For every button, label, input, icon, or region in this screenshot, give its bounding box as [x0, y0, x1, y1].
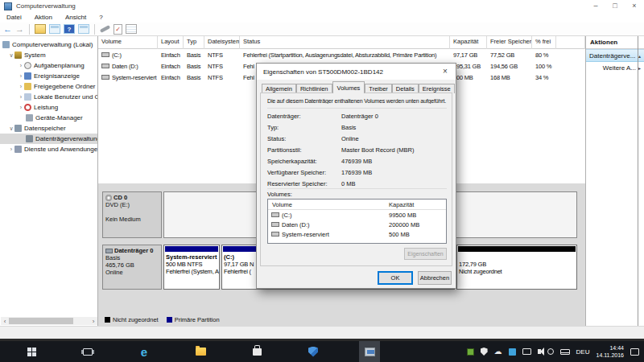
sidebar-item-aufgabenplanung[interactable]: › Aufgabenplanung — [0, 60, 98, 71]
column-dateisystem[interactable]: Dateisystem — [204, 36, 240, 49]
task-scheduler-icon — [24, 62, 31, 69]
column-freier-speicher[interactable]: Freier Speicher — [487, 36, 532, 49]
partition-system-reserviert[interactable]: System-reserviert 500 MB NTFS Fehlerfrei… — [163, 245, 220, 290]
task-view-button[interactable] — [77, 341, 98, 362]
legend-unallocated: Nicht zugeordnet — [105, 316, 159, 323]
chevron-expanded-icon[interactable]: ∨ — [8, 52, 14, 59]
forward-icon[interactable]: → — [15, 23, 24, 35]
chevron-collapsed-icon[interactable]: › — [18, 94, 24, 100]
sidebar-item-datentraegerverwaltung[interactable]: Datenträgerverwaltung — [0, 134, 98, 144]
sidebar-item-datenspeicher[interactable]: ∨ Datenspeicher — [0, 123, 98, 134]
computer-management-icon — [365, 348, 375, 356]
sidebar-item-computerverwaltung[interactable]: Computerverwaltung (Lokal) — [0, 39, 98, 50]
menu-help[interactable]: ? — [93, 12, 109, 23]
dialog-title-bar[interactable]: Eigenschaften von ST500DM002-1BD142 × — [257, 64, 456, 80]
sidebar-item-freigegebene-ordner[interactable]: › Freigegebene Ordner — [0, 81, 98, 92]
taskbar: e ☁ DEU 14:44 14.11.2016 — [0, 341, 644, 362]
console-tree-icon[interactable] — [35, 24, 46, 34]
tray-shield-icon[interactable] — [481, 348, 488, 356]
sidebar-item-leistung[interactable]: › Leistung — [0, 102, 98, 113]
tray-link-icon[interactable] — [547, 348, 554, 355]
tool-icon[interactable] — [100, 25, 110, 33]
actions-weitere-aktionen[interactable]: Weitere A... ▸ — [586, 62, 644, 74]
clock[interactable]: 14:44 14.11.2016 — [596, 344, 624, 359]
speaker-icon[interactable] — [538, 349, 541, 354]
column-layout[interactable]: Layout — [158, 36, 184, 49]
toolbar-separator — [29, 24, 30, 35]
dialog-volume-list[interactable]: Volume Kapazität (C:) 99500 MB Daten (D:… — [267, 199, 447, 244]
field-value: 0 MB — [341, 180, 356, 187]
horizontal-scrollbar[interactable]: ‹ › — [1, 317, 97, 325]
actions-group-datentraegerverwaltung[interactable]: Datenträgerve... ▴ — [586, 49, 644, 62]
console-tree: Computerverwaltung (Lokal) ∨ System › Au… — [0, 36, 98, 326]
table-row[interactable]: (C:) Einfach Basis NTFS Fehlerfrei (Star… — [98, 49, 585, 60]
dialog-close-icon[interactable]: × — [435, 64, 456, 80]
start-button[interactable] — [21, 341, 42, 362]
partition-unallocated[interactable]: 172,79 GB Nicht zugeordnet — [456, 245, 577, 290]
list-item[interactable]: Daten (D:) 200000 MB — [268, 220, 446, 229]
help-icon[interactable]: ? — [64, 24, 75, 34]
drive-icon — [271, 212, 279, 217]
column-status[interactable]: Status — [240, 36, 450, 49]
tab-volumes[interactable]: Volumes — [332, 81, 365, 93]
chevron-collapsed-icon[interactable]: › — [18, 63, 24, 68]
disk0-label[interactable]: Datenträger 0 Basis 465,76 GB Online — [102, 245, 162, 290]
tree-label: Geräte-Manager — [35, 114, 83, 121]
field-label: Verfügbarer Speicher: — [267, 169, 326, 176]
window-title: Computerverwaltung — [16, 2, 76, 10]
sidebar-item-dienste[interactable]: › Dienste und Anwendungen — [0, 144, 98, 154]
ok-button[interactable]: OK — [378, 271, 413, 285]
action-center-icon[interactable] — [630, 348, 639, 356]
tray-blue-icon[interactable] — [509, 348, 516, 356]
scroll-left-icon[interactable]: ‹ — [1, 318, 9, 325]
check-document-icon[interactable]: ✓ — [114, 24, 122, 35]
action-pane-icon[interactable] — [78, 24, 89, 34]
title-bar[interactable]: Computerverwaltung – □ × — [0, 0, 644, 12]
chevron-collapsed-icon[interactable]: › — [8, 146, 14, 152]
store-button[interactable] — [246, 341, 267, 362]
chevron-expanded-icon[interactable]: ∨ — [8, 125, 14, 132]
disk-name: Datenträger 0 — [114, 247, 153, 254]
maximize-button[interactable]: □ — [605, 0, 625, 12]
list-item[interactable]: System-reserviert 500 MB — [268, 229, 446, 239]
menu-aktion[interactable]: Aktion — [28, 12, 59, 23]
properties-window-icon[interactable] — [49, 24, 60, 34]
chevron-collapsed-icon[interactable]: › — [18, 84, 24, 89]
chevron-collapsed-icon[interactable]: › — [18, 105, 24, 110]
column-volume[interactable]: Volume — [98, 36, 158, 49]
scroll-right-icon[interactable]: › — [89, 318, 97, 325]
list-item[interactable]: (C:) 99500 MB — [268, 210, 446, 220]
collapse-icon[interactable]: ▴ — [638, 53, 641, 59]
onedrive-cloud-icon[interactable]: ☁ — [494, 348, 502, 356]
file-explorer-button[interactable] — [190, 341, 211, 362]
volumes-label: Volumes: — [267, 191, 292, 198]
dialog-tabs: Allgemein Richtlinien Volumes Treiber De… — [262, 81, 455, 93]
sidebar-item-system[interactable]: ∨ System — [0, 50, 98, 60]
cancel-button[interactable]: Abbrechen — [418, 271, 452, 285]
column-typ[interactable]: Typ — [184, 36, 204, 49]
network-icon[interactable] — [522, 348, 531, 355]
menu-ansicht[interactable]: Ansicht — [59, 12, 93, 23]
language-indicator[interactable]: DEU — [576, 348, 590, 356]
computer-management-taskbar-button[interactable] — [359, 341, 380, 362]
defender-button[interactable] — [303, 341, 324, 362]
menu-datei[interactable]: Datei — [0, 12, 28, 23]
column-kapazitaet[interactable]: Kapazität — [450, 36, 487, 49]
cd-drive-label[interactable]: CD 0 DVD (E:) Kein Medium — [102, 191, 162, 238]
scrollbar-thumb[interactable] — [9, 318, 73, 324]
chevron-collapsed-icon[interactable]: › — [18, 73, 24, 79]
tray-green-icon[interactable] — [467, 348, 474, 356]
local-users-icon — [24, 93, 31, 101]
sidebar-item-ereignisanzeige[interactable]: › Ereignisanzeige — [0, 71, 98, 81]
details-view-icon[interactable] — [126, 24, 137, 34]
close-button[interactable]: × — [625, 0, 644, 12]
sidebar-item-geraete-manager[interactable]: Geräte-Manager — [0, 113, 98, 123]
minimize-button[interactable]: – — [586, 0, 605, 12]
toolbar: ← → ? ✓ — [0, 23, 644, 36]
edge-icon: e — [141, 346, 147, 358]
sidebar-item-lokale-benutzer[interactable]: › Lokale Benutzer und Gr — [0, 92, 98, 102]
back-icon[interactable]: ← — [3, 23, 12, 35]
column-prozent-frei[interactable]: % frei — [532, 36, 556, 49]
touch-keyboard-icon[interactable] — [560, 349, 570, 355]
edge-button[interactable]: e — [134, 341, 155, 362]
